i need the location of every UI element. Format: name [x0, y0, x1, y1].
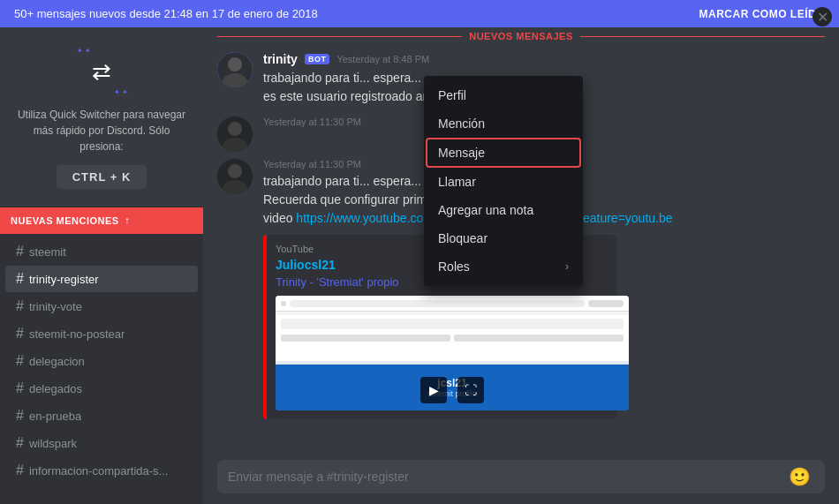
- channel-name: trinity-register: [29, 273, 99, 286]
- sidebar-item-trinity-vote[interactable]: # trinity-vote: [5, 293, 198, 320]
- notification-bar: 50+ mensajes nuevos desde 21:48 en 17 de…: [0, 0, 839, 27]
- hash-icon: #: [16, 244, 24, 260]
- qs-dots2-icon: ✦ ✦: [114, 88, 128, 96]
- sidebar: ✦ ✦ ⇄ ✦ ✦ ✕ Utiliza Quick Switcher para …: [0, 27, 203, 504]
- sidebar-item-en-prueba[interactable]: # en-prueba: [5, 402, 198, 429]
- hash-icon: #: [16, 408, 24, 424]
- mentions-header: NUEVAS MENCIONES ↑: [0, 207, 203, 234]
- context-menu-item-bloquear[interactable]: Bloquear: [424, 224, 583, 252]
- qs-arrow-bg: ⇄: [79, 49, 124, 94]
- quick-switcher-arrows-icon: ⇄: [92, 60, 111, 83]
- hash-icon: #: [16, 380, 24, 396]
- hash-icon: #: [16, 435, 24, 451]
- context-menu-item-mensaje[interactable]: Mensaje: [427, 139, 579, 166]
- sidebar-item-steemit-no-postear[interactable]: # steemit-no-postear: [5, 320, 198, 347]
- arrow-up-icon: ↑: [125, 214, 131, 227]
- quick-switcher-icon: ✦ ✦ ⇄ ✦ ✦: [75, 45, 128, 98]
- context-menu-item-roles[interactable]: Roles ›: [424, 252, 583, 281]
- context-menu: Perfil Mención Mensaje Llamar Agregar un…: [424, 76, 583, 286]
- quick-switcher-description: Utiliza Quick Switcher para navegar más …: [14, 107, 189, 154]
- context-menu-item-llamar[interactable]: Llamar: [424, 168, 583, 196]
- channel-list: # steemit # trinity-register # trinity-v…: [0, 234, 203, 504]
- hash-icon: #: [16, 353, 24, 369]
- hash-icon: #: [16, 326, 24, 342]
- context-menu-item-agregar-nota[interactable]: Agregar una nota: [424, 196, 583, 224]
- notification-text: 50+ mensajes nuevos desde 21:48 en 17 de…: [14, 7, 318, 20]
- channel-name: delegados: [29, 382, 82, 395]
- context-menu-item-perfil[interactable]: Perfil: [424, 81, 583, 109]
- sidebar-item-informacion[interactable]: # informacion-compartida-s...: [5, 457, 198, 484]
- quick-switcher-panel: ✦ ✦ ⇄ ✦ ✦ ✕ Utiliza Quick Switcher para …: [0, 27, 203, 207]
- channel-name: delegacion: [29, 355, 85, 368]
- channel-name: wildspark: [29, 437, 77, 450]
- quick-switcher-shortcut: CTRL + K: [57, 165, 147, 189]
- channel-name: trinity-vote: [29, 300, 82, 313]
- context-menu-item-mencion[interactable]: Mención: [424, 109, 583, 138]
- sidebar-item-delegacion[interactable]: # delegacion: [5, 348, 198, 374]
- hash-icon: #: [16, 271, 24, 287]
- sidebar-item-steemit[interactable]: # steemit: [5, 238, 198, 265]
- main-layout: ✦ ✦ ⇄ ✦ ✦ ✕ Utiliza Quick Switcher para …: [0, 27, 839, 504]
- chevron-right-icon: ›: [565, 260, 569, 273]
- sidebar-item-delegados[interactable]: # delegados: [5, 375, 198, 402]
- sidebar-item-trinity-register[interactable]: # trinity-register: [5, 266, 198, 292]
- channel-name: en-prueba: [29, 410, 81, 423]
- mark-read-button[interactable]: MARCAR COMO LEÍDO: [699, 8, 826, 20]
- channel-name: steemit-no-postear: [29, 327, 125, 341]
- hash-icon: #: [16, 463, 24, 478]
- hash-icon: #: [16, 298, 24, 314]
- sidebar-item-wildspark[interactable]: # wildspark: [5, 430, 198, 456]
- content-area: NUEVOS MENSAJES trinity BOT: [203, 27, 839, 504]
- channel-name: steemit: [29, 245, 66, 259]
- channel-name: informacion-compartida-s...: [29, 464, 169, 478]
- mentions-label: NUEVAS MENCIONES: [11, 215, 119, 226]
